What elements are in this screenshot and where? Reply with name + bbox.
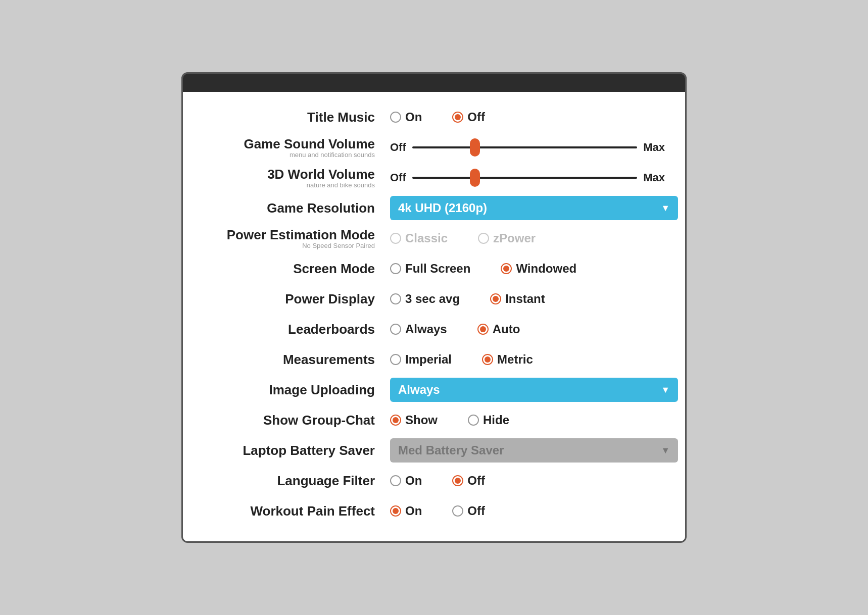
label-col-game-resolution: Game Resolution (203, 200, 390, 216)
slider-thumb-game-sound-volume[interactable] (470, 138, 480, 157)
radio-label-pain-on: On (405, 504, 422, 518)
radio-group-power-estimation-mode: ClassiczPower (390, 231, 536, 245)
radio-circle-groupchat-hide (468, 415, 479, 426)
label-main-game-resolution: Game Resolution (203, 200, 375, 216)
control-col-game-resolution: 4k UHD (2160p)▼ (390, 196, 678, 220)
row-image-uploading: Image UploadingAlways▼ (203, 375, 665, 405)
radio-label-groupchat-hide: Hide (483, 413, 509, 427)
dropdown-laptop-battery-saver[interactable]: Med Battery Saver▼ (390, 438, 678, 463)
label-col-measurements: Measurements (203, 352, 390, 368)
label-col-title-music: Title Music (203, 110, 390, 125)
control-col-game-sound-volume: OffMax (390, 141, 665, 154)
label-col-workout-pain-effect: Workout Pain Effect (203, 503, 390, 519)
label-sub-game-sound-volume: menu and notification sounds (203, 151, 375, 159)
radio-option-lang-off[interactable]: Off (452, 474, 485, 488)
radio-option-power-classic: Classic (390, 231, 448, 245)
radio-label-pain-off: Off (467, 504, 485, 518)
label-col-screen-mode: Screen Mode (203, 261, 390, 277)
label-main-power-estimation-mode: Power Estimation Mode (203, 227, 375, 243)
radio-option-groupchat-hide[interactable]: Hide (468, 413, 509, 427)
slider-min-game-sound-volume: Off (390, 141, 406, 154)
radio-circle-power-classic (390, 233, 401, 244)
row-workout-pain-effect: Workout Pain EffectOnOff (203, 496, 665, 526)
radio-option-power-3sec[interactable]: 3 sec avg (390, 292, 460, 306)
control-col-show-group-chat: ShowHide (390, 413, 665, 427)
row-title-music: Title MusicOnOff (203, 102, 665, 132)
radio-option-screen-fullscreen[interactable]: Full Screen (390, 262, 470, 276)
dropdown-value-laptop-battery-saver: Med Battery Saver (398, 443, 504, 457)
radio-label-screen-fullscreen: Full Screen (405, 262, 470, 276)
settings-body: Title MusicOnOffGame Sound Volumemenu an… (183, 92, 685, 541)
radio-circle-power-3sec (390, 293, 401, 304)
radio-circle-screen-windowed (501, 263, 512, 274)
slider-group-3d-world-volume: OffMax (390, 171, 665, 184)
radio-label-power-zpower: zPower (493, 231, 536, 245)
radio-option-pain-on[interactable]: On (390, 504, 422, 518)
radio-option-title-music-off[interactable]: Off (452, 110, 485, 124)
label-main-image-uploading: Image Uploading (203, 382, 375, 398)
radio-circle-leaderboards-auto (477, 324, 489, 335)
row-game-sound-volume: Game Sound Volumemenu and notification s… (203, 132, 665, 163)
label-main-game-sound-volume: Game Sound Volume (203, 136, 375, 152)
radio-circle-title-music-off (452, 112, 463, 123)
row-language-filter: Language FilterOnOff (203, 466, 665, 496)
label-main-measurements: Measurements (203, 352, 375, 368)
radio-label-power-instant: Instant (505, 292, 545, 306)
radio-option-screen-windowed[interactable]: Windowed (501, 262, 576, 276)
radio-option-lang-on[interactable]: On (390, 474, 422, 488)
chevron-down-icon-image-uploading: ▼ (661, 385, 670, 395)
label-main-power-display: Power Display (203, 291, 375, 307)
radio-circle-measurements-imperial (390, 354, 401, 365)
slider-thumb-3d-world-volume[interactable] (470, 169, 480, 187)
radio-option-title-music-on[interactable]: On (390, 110, 422, 124)
radio-label-lang-off: Off (467, 474, 485, 488)
radio-label-lang-on: On (405, 474, 422, 488)
radio-label-leaderboards-always: Always (405, 322, 447, 336)
slider-group-game-sound-volume: OffMax (390, 141, 665, 154)
control-col-measurements: ImperialMetric (390, 352, 665, 367)
slider-max-game-sound-volume: Max (643, 141, 665, 154)
radio-option-leaderboards-auto[interactable]: Auto (477, 322, 520, 336)
control-col-title-music: OnOff (390, 110, 665, 124)
label-col-show-group-chat: Show Group-Chat (203, 413, 390, 428)
radio-circle-title-music-on (390, 112, 401, 123)
control-col-image-uploading: Always▼ (390, 378, 678, 402)
label-main-laptop-battery-saver: Laptop Battery Saver (203, 443, 375, 458)
radio-group-measurements: ImperialMetric (390, 352, 533, 367)
control-col-language-filter: OnOff (390, 474, 665, 488)
settings-panel: Title MusicOnOffGame Sound Volumemenu an… (181, 72, 687, 543)
label-sub-3d-world-volume: nature and bike sounds (203, 181, 375, 189)
label-main-leaderboards: Leaderboards (203, 322, 375, 337)
row-screen-mode: Screen ModeFull ScreenWindowed (203, 253, 665, 284)
label-main-3d-world-volume: 3D World Volume (203, 167, 375, 182)
row-game-resolution: Game Resolution4k UHD (2160p)▼ (203, 193, 665, 223)
label-col-power-estimation-mode: Power Estimation ModeNo Speed Sensor Pai… (203, 227, 390, 249)
radio-group-language-filter: OnOff (390, 474, 485, 488)
settings-title (183, 74, 685, 92)
slider-track-3d-world-volume[interactable] (412, 177, 637, 179)
label-main-screen-mode: Screen Mode (203, 261, 375, 277)
dropdown-image-uploading[interactable]: Always▼ (390, 378, 678, 402)
radio-option-measurements-metric[interactable]: Metric (482, 352, 533, 367)
row-3d-world-volume: 3D World Volumenature and bike soundsOff… (203, 163, 665, 193)
radio-option-pain-off[interactable]: Off (452, 504, 485, 518)
row-power-display: Power Display3 sec avgInstant (203, 284, 665, 314)
radio-label-measurements-metric: Metric (497, 352, 533, 367)
radio-label-title-music-on: On (405, 110, 422, 124)
dropdown-game-resolution[interactable]: 4k UHD (2160p)▼ (390, 196, 678, 220)
radio-option-leaderboards-always[interactable]: Always (390, 322, 447, 336)
label-main-show-group-chat: Show Group-Chat (203, 413, 375, 428)
radio-circle-power-zpower (478, 233, 489, 244)
radio-option-groupchat-show[interactable]: Show (390, 413, 438, 427)
radio-option-power-instant[interactable]: Instant (490, 292, 545, 306)
radio-circle-leaderboards-always (390, 324, 401, 335)
radio-label-screen-windowed: Windowed (516, 262, 576, 276)
slider-track-game-sound-volume[interactable] (412, 146, 637, 148)
slider-max-3d-world-volume: Max (643, 171, 665, 184)
radio-circle-power-instant (490, 293, 501, 304)
control-col-leaderboards: AlwaysAuto (390, 322, 665, 336)
radio-option-measurements-imperial[interactable]: Imperial (390, 352, 452, 367)
radio-group-leaderboards: AlwaysAuto (390, 322, 520, 336)
radio-group-title-music: OnOff (390, 110, 485, 124)
chevron-down-icon-laptop-battery-saver: ▼ (661, 445, 670, 456)
